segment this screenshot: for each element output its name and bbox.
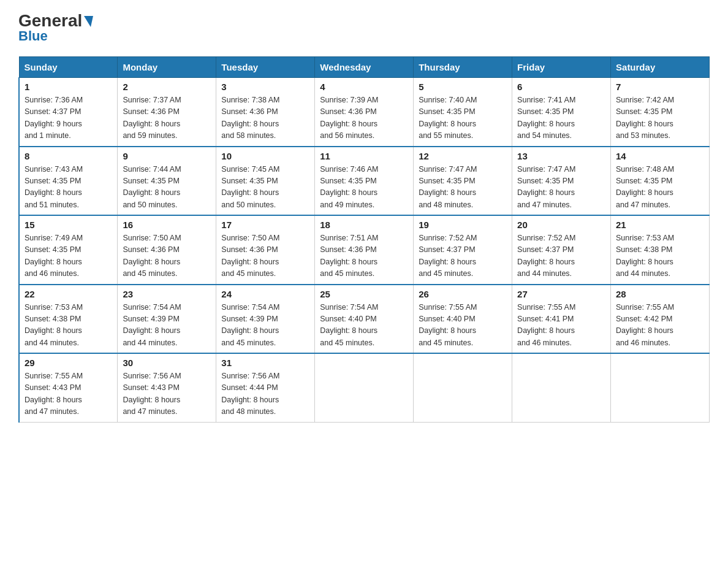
calendar-cell: 16 Sunrise: 7:50 AMSunset: 4:36 PMDaylig… — [118, 215, 216, 285]
logo: General Blue — [18, 12, 93, 44]
calendar-cell: 26 Sunrise: 7:55 AMSunset: 4:40 PMDaylig… — [414, 285, 512, 354]
day-info: Sunrise: 7:56 AMSunset: 4:44 PMDaylight:… — [221, 372, 279, 416]
day-info: Sunrise: 7:39 AMSunset: 4:36 PMDaylight:… — [320, 96, 378, 140]
calendar-cell: 9 Sunrise: 7:44 AMSunset: 4:35 PMDayligh… — [118, 147, 216, 216]
day-info: Sunrise: 7:53 AMSunset: 4:38 PMDaylight:… — [616, 234, 674, 278]
calendar-cell: 21 Sunrise: 7:53 AMSunset: 4:38 PMDaylig… — [611, 215, 710, 285]
header-sunday: Sunday — [19, 57, 118, 78]
calendar-cell — [512, 353, 611, 422]
calendar-cell: 17 Sunrise: 7:50 AMSunset: 4:36 PMDaylig… — [216, 215, 315, 285]
day-number: 22 — [25, 289, 112, 299]
day-number: 9 — [123, 151, 211, 161]
calendar-cell: 30 Sunrise: 7:56 AMSunset: 4:43 PMDaylig… — [118, 353, 216, 422]
day-info: Sunrise: 7:55 AMSunset: 4:41 PMDaylight:… — [517, 303, 575, 347]
day-number: 19 — [419, 220, 507, 230]
day-info: Sunrise: 7:51 AMSunset: 4:36 PMDaylight:… — [320, 234, 378, 278]
day-number: 15 — [25, 220, 112, 230]
day-number: 7 — [616, 82, 704, 92]
calendar-cell: 24 Sunrise: 7:54 AMSunset: 4:39 PMDaylig… — [216, 285, 315, 354]
day-info: Sunrise: 7:55 AMSunset: 4:43 PMDaylight:… — [25, 372, 83, 416]
day-number: 1 — [25, 82, 112, 92]
calendar-cell: 4 Sunrise: 7:39 AMSunset: 4:36 PMDayligh… — [315, 78, 414, 147]
day-number: 27 — [517, 289, 605, 299]
calendar-cell: 5 Sunrise: 7:40 AMSunset: 4:35 PMDayligh… — [414, 78, 512, 147]
day-number: 4 — [320, 82, 408, 92]
header-tuesday: Tuesday — [216, 57, 315, 78]
day-info: Sunrise: 7:45 AMSunset: 4:35 PMDaylight:… — [221, 165, 279, 209]
day-number: 21 — [616, 220, 704, 230]
header-saturday: Saturday — [611, 57, 710, 78]
calendar-cell: 29 Sunrise: 7:55 AMSunset: 4:43 PMDaylig… — [19, 353, 118, 422]
day-info: Sunrise: 7:36 AMSunset: 4:37 PMDaylight:… — [25, 96, 83, 140]
logo-blue: Blue — [18, 28, 48, 44]
calendar-cell: 14 Sunrise: 7:48 AMSunset: 4:35 PMDaylig… — [611, 147, 710, 216]
day-info: Sunrise: 7:54 AMSunset: 4:39 PMDaylight:… — [123, 303, 181, 347]
calendar-cell: 1 Sunrise: 7:36 AMSunset: 4:37 PMDayligh… — [19, 78, 118, 147]
day-number: 25 — [320, 289, 408, 299]
calendar-table: SundayMondayTuesdayWednesdayThursdayFrid… — [18, 56, 710, 423]
day-number: 11 — [320, 151, 408, 161]
day-info: Sunrise: 7:41 AMSunset: 4:35 PMDaylight:… — [517, 96, 575, 140]
calendar-week-4: 22 Sunrise: 7:53 AMSunset: 4:38 PMDaylig… — [19, 285, 710, 354]
header-friday: Friday — [512, 57, 611, 78]
day-number: 10 — [221, 151, 309, 161]
calendar-cell — [414, 353, 512, 422]
day-number: 26 — [419, 289, 507, 299]
calendar-cell: 10 Sunrise: 7:45 AMSunset: 4:35 PMDaylig… — [216, 147, 315, 216]
day-number: 23 — [123, 289, 211, 299]
day-info: Sunrise: 7:50 AMSunset: 4:36 PMDaylight:… — [123, 234, 181, 278]
header-monday: Monday — [118, 57, 216, 78]
header-thursday: Thursday — [414, 57, 512, 78]
calendar-cell: 27 Sunrise: 7:55 AMSunset: 4:41 PMDaylig… — [512, 285, 611, 354]
day-number: 16 — [123, 220, 211, 230]
calendar-header-row: SundayMondayTuesdayWednesdayThursdayFrid… — [19, 57, 710, 78]
calendar-cell: 7 Sunrise: 7:42 AMSunset: 4:35 PMDayligh… — [611, 78, 710, 147]
day-info: Sunrise: 7:38 AMSunset: 4:36 PMDaylight:… — [221, 96, 279, 140]
day-number: 2 — [123, 82, 211, 92]
logo-triangle-icon — [84, 16, 93, 27]
calendar-cell: 2 Sunrise: 7:37 AMSunset: 4:36 PMDayligh… — [118, 78, 216, 147]
calendar-cell: 22 Sunrise: 7:53 AMSunset: 4:38 PMDaylig… — [19, 285, 118, 354]
day-info: Sunrise: 7:53 AMSunset: 4:38 PMDaylight:… — [25, 303, 83, 347]
day-info: Sunrise: 7:54 AMSunset: 4:40 PMDaylight:… — [320, 303, 378, 347]
day-number: 6 — [517, 82, 605, 92]
day-number: 18 — [320, 220, 408, 230]
day-info: Sunrise: 7:49 AMSunset: 4:35 PMDaylight:… — [25, 234, 83, 278]
day-info: Sunrise: 7:54 AMSunset: 4:39 PMDaylight:… — [221, 303, 279, 347]
day-info: Sunrise: 7:37 AMSunset: 4:36 PMDaylight:… — [123, 96, 181, 140]
calendar-cell: 15 Sunrise: 7:49 AMSunset: 4:35 PMDaylig… — [19, 215, 118, 285]
day-number: 12 — [419, 151, 507, 161]
day-number: 28 — [616, 289, 704, 299]
day-number: 13 — [517, 151, 605, 161]
day-info: Sunrise: 7:55 AMSunset: 4:42 PMDaylight:… — [616, 303, 674, 347]
calendar-cell: 12 Sunrise: 7:47 AMSunset: 4:35 PMDaylig… — [414, 147, 512, 216]
day-info: Sunrise: 7:52 AMSunset: 4:37 PMDaylight:… — [517, 234, 575, 278]
day-info: Sunrise: 7:55 AMSunset: 4:40 PMDaylight:… — [419, 303, 477, 347]
day-info: Sunrise: 7:44 AMSunset: 4:35 PMDaylight:… — [123, 165, 181, 209]
day-info: Sunrise: 7:42 AMSunset: 4:35 PMDaylight:… — [616, 96, 674, 140]
calendar-cell — [315, 353, 414, 422]
calendar-cell: 13 Sunrise: 7:47 AMSunset: 4:35 PMDaylig… — [512, 147, 611, 216]
calendar-cell: 28 Sunrise: 7:55 AMSunset: 4:42 PMDaylig… — [611, 285, 710, 354]
day-info: Sunrise: 7:40 AMSunset: 4:35 PMDaylight:… — [419, 96, 477, 140]
day-number: 31 — [221, 358, 309, 368]
calendar-cell: 19 Sunrise: 7:52 AMSunset: 4:37 PMDaylig… — [414, 215, 512, 285]
calendar-cell: 3 Sunrise: 7:38 AMSunset: 4:36 PMDayligh… — [216, 78, 315, 147]
logo-general: General — [18, 12, 82, 29]
calendar-week-2: 8 Sunrise: 7:43 AMSunset: 4:35 PMDayligh… — [19, 147, 710, 216]
day-info: Sunrise: 7:52 AMSunset: 4:37 PMDaylight:… — [419, 234, 477, 278]
day-number: 29 — [25, 358, 112, 368]
page-header: General Blue — [18, 12, 710, 44]
calendar-cell — [611, 353, 710, 422]
day-number: 24 — [221, 289, 309, 299]
calendar-week-1: 1 Sunrise: 7:36 AMSunset: 4:37 PMDayligh… — [19, 78, 710, 147]
day-number: 3 — [221, 82, 309, 92]
calendar-cell: 23 Sunrise: 7:54 AMSunset: 4:39 PMDaylig… — [118, 285, 216, 354]
calendar-cell: 6 Sunrise: 7:41 AMSunset: 4:35 PMDayligh… — [512, 78, 611, 147]
calendar-cell: 8 Sunrise: 7:43 AMSunset: 4:35 PMDayligh… — [19, 147, 118, 216]
calendar-cell: 18 Sunrise: 7:51 AMSunset: 4:36 PMDaylig… — [315, 215, 414, 285]
day-number: 14 — [616, 151, 704, 161]
day-info: Sunrise: 7:56 AMSunset: 4:43 PMDaylight:… — [123, 372, 181, 416]
calendar-week-5: 29 Sunrise: 7:55 AMSunset: 4:43 PMDaylig… — [19, 353, 710, 422]
day-number: 5 — [419, 82, 507, 92]
